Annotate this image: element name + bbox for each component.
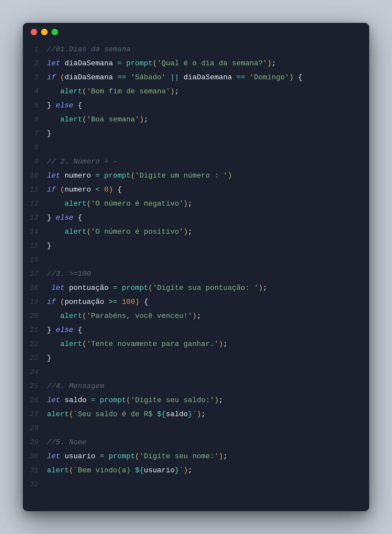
token-cm: //4. Mensagem	[47, 382, 104, 390]
code-line[interactable]: 11if (numero < 0) {	[23, 183, 369, 197]
code-line[interactable]: 4 alert('Bom fim de semana');	[23, 85, 369, 99]
token-fn: prompt	[104, 171, 131, 180]
code-line[interactable]: 2let diaDaSemana = prompt('Qual é o dia …	[23, 56, 369, 71]
code-line[interactable]: 3if (diaDaSemana == 'Sábado' || diaDaSem…	[23, 71, 369, 85]
code-content[interactable]: // 2. Número + -	[47, 155, 369, 169]
code-content[interactable]: let usuario = prompt('Digite seu nome:')…	[47, 449, 369, 463]
code-line[interactable]: 13} else {	[23, 211, 369, 225]
code-content[interactable]: alert(`Bem vindo(a) ${usuario}`);	[47, 463, 369, 478]
code-editor[interactable]: 1//01.Dias da semana2let diaDaSemana = p…	[23, 41, 369, 511]
token-paren: (	[82, 312, 87, 320]
token-fn: alert	[47, 410, 69, 418]
token-brace: {	[117, 185, 122, 194]
token-kw: if	[47, 185, 56, 194]
token-var	[47, 312, 60, 320]
token-fn: alert	[65, 199, 87, 208]
code-content[interactable]: let pontuação = prompt('Digite sua pontu…	[47, 281, 369, 295]
code-line[interactable]: 27alert(`Seu saldo é de R$ ${saldo}`);	[23, 407, 369, 421]
code-line[interactable]: 26let saldo = prompt('Digite seu saldo:'…	[23, 393, 369, 407]
token-paren: (	[60, 73, 65, 82]
code-content[interactable]: alert(`Seu saldo é de R$ ${saldo}`);	[47, 407, 369, 421]
line-number: 14	[23, 225, 47, 239]
token-var: ;	[223, 340, 228, 348]
code-line[interactable]: 18 let pontuação = prompt('Digite sua po…	[23, 281, 369, 295]
code-line[interactable]: 7}	[23, 127, 369, 141]
code-content[interactable]: alert('O número é positivo');	[47, 225, 369, 239]
code-content[interactable]: alert('Bom fim de semana');	[47, 85, 369, 99]
code-content[interactable]: if (pontuação >= 100) {	[47, 295, 369, 309]
code-line[interactable]: 29//5. Nome	[23, 435, 369, 449]
code-line[interactable]: 15}	[23, 239, 369, 253]
code-content[interactable]: }	[47, 351, 369, 365]
code-content[interactable]: //4. Mensagem	[47, 379, 369, 393]
code-content[interactable]	[47, 141, 369, 155]
code-line[interactable]: 16	[23, 253, 369, 267]
code-content[interactable]: if (numero < 0) {	[47, 183, 369, 197]
code-content[interactable]: //5. Nome	[47, 435, 369, 449]
code-content[interactable]: if (diaDaSemana == 'Sábado' || diaDaSema…	[47, 71, 369, 85]
code-line[interactable]: 30let usuario = prompt('Digite seu nome:…	[23, 449, 369, 463]
code-content[interactable]	[47, 478, 369, 492]
token-brace: }	[47, 242, 52, 250]
code-line[interactable]: 12 alert('O número é negativo');	[23, 197, 369, 211]
zoom-icon[interactable]	[52, 29, 58, 35]
code-content[interactable]: let saldo = prompt('Digite seu saldo:');	[47, 393, 369, 407]
code-content[interactable]	[47, 421, 369, 435]
code-content[interactable]: //01.Dias da semana	[47, 42, 369, 56]
code-line[interactable]: 22 alert('Tente novamente para ganhar.')…	[23, 337, 369, 351]
line-number: 4	[23, 85, 47, 99]
code-content[interactable]	[47, 365, 369, 379]
code-line[interactable]: 21} else {	[23, 323, 369, 337]
code-line[interactable]: 19if (pontuação >= 100) {	[23, 295, 369, 309]
line-number: 6	[23, 113, 47, 127]
close-icon[interactable]	[31, 29, 37, 35]
token-brace: }	[47, 101, 52, 110]
token-var	[140, 298, 144, 306]
code-content[interactable]: } else {	[47, 323, 369, 337]
code-line[interactable]: 25//4. Mensagem	[23, 379, 369, 393]
code-content[interactable]: let numero = prompt('Digite um número : …	[47, 169, 369, 183]
code-content[interactable]: alert('Parabéns, você venceu!');	[47, 309, 369, 323]
code-content[interactable]: alert('Boa semana');	[47, 113, 369, 127]
token-var: diaDaSemana	[65, 73, 117, 82]
token-tmpl: `Bem vindo(a)	[73, 466, 135, 475]
code-content[interactable]: alert('O número é negativo');	[47, 197, 369, 211]
code-line[interactable]: 1//01.Dias da semana	[23, 42, 369, 56]
code-line[interactable]: 23}	[23, 351, 369, 365]
line-number: 5	[23, 99, 47, 113]
token-brace: {	[78, 101, 83, 110]
code-content[interactable]: } else {	[47, 99, 369, 113]
token-kw: if	[47, 298, 56, 306]
code-content[interactable]: alert('Tente novamente para ganhar.');	[47, 337, 369, 351]
code-line[interactable]: 28	[23, 421, 369, 435]
token-str: 'Bom fim de semana'	[87, 87, 171, 96]
code-line[interactable]: 24	[23, 365, 369, 379]
code-content[interactable]	[47, 253, 369, 267]
token-op: =	[91, 396, 96, 404]
code-line[interactable]: 10let numero = prompt('Digite um número …	[23, 169, 369, 183]
code-content[interactable]: //3. >=100	[47, 267, 369, 281]
line-number: 28	[23, 421, 47, 435]
code-line[interactable]: 5} else {	[23, 99, 369, 113]
token-brace: {	[298, 73, 303, 82]
code-line[interactable]: 9// 2. Número + -	[23, 155, 369, 169]
line-number: 26	[23, 393, 47, 407]
token-cm: //5. Nome	[47, 438, 87, 447]
code-content[interactable]: }	[47, 127, 369, 141]
line-number: 7	[23, 127, 47, 141]
code-content[interactable]: let diaDaSemana = prompt('Qual é o dia d…	[47, 56, 369, 71]
code-line[interactable]: 8	[23, 141, 369, 155]
minimize-icon[interactable]	[41, 29, 48, 35]
code-content[interactable]: }	[47, 239, 369, 253]
line-number: 13	[23, 211, 47, 225]
token-fn: prompt	[122, 284, 148, 292]
code-line[interactable]: 20 alert('Parabéns, você venceu!');	[23, 309, 369, 323]
code-line[interactable]: 17//3. >=100	[23, 267, 369, 281]
code-line[interactable]: 32	[23, 478, 369, 492]
code-line[interactable]: 6 alert('Boa semana');	[23, 113, 369, 127]
code-line[interactable]: 14 alert('O número é positivo');	[23, 225, 369, 239]
token-var: diaDaSemana	[179, 73, 236, 82]
code-line[interactable]: 31alert(`Bem vindo(a) ${usuario}`);	[23, 463, 369, 478]
code-content[interactable]: } else {	[47, 211, 369, 225]
token-op: <	[96, 185, 100, 194]
